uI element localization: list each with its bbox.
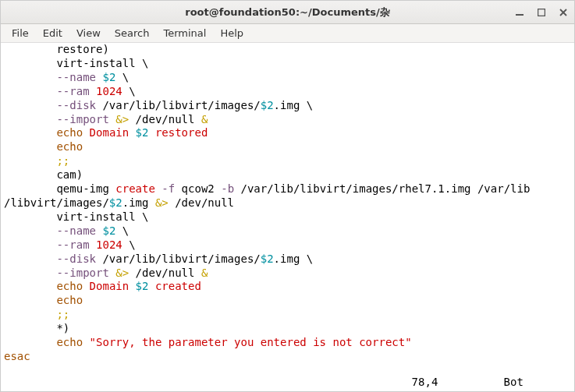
menu-help[interactable]: Help [214,26,250,41]
code-line: echo [4,140,571,154]
code-line: ;; [4,308,571,322]
code-line: --disk /var/lib/libvirt/images/$2.img \ [4,253,571,267]
menu-edit[interactable]: Edit [37,26,69,41]
code-line: --ram 1024 \ [4,238,571,253]
code-line: ;; [4,154,571,168]
menu-search[interactable]: Search [108,26,156,41]
vim-status-line: 78,4 Bot [1,376,574,391]
code-line: virt-install \ [4,210,571,224]
maximize-button[interactable] [535,6,548,19]
svg-rect-1 [538,9,545,16]
close-button[interactable] [557,6,570,19]
terminal-output[interactable]: restore) virt-install \ --name $2 \ --ra… [1,43,574,376]
code-line: echo "Sorry, the parameter you entered i… [4,336,571,350]
code-line: /libvirt/images/$2.img &> /dev/null [4,196,571,210]
code-line: --disk /var/lib/libvirt/images/$2.img \ [4,99,571,113]
code-line: virt-install \ [4,57,571,71]
code-line: qemu-img create -f qcow2 -b /var/lib/lib… [4,182,571,196]
code-line: echo Domain $2 created [4,280,571,294]
menu-view[interactable]: View [70,26,107,41]
code-line: echo [4,294,571,308]
code-line: --import &> /dev/null & [4,267,571,281]
window-controls [513,1,570,23]
svg-rect-0 [516,14,524,16]
menu-file[interactable]: File [5,26,35,41]
scroll-indicator: Bot [504,376,524,388]
cursor-position: 78,4 [412,376,438,388]
code-line: echo Domain $2 restored [4,126,571,140]
window-title: root@foundation50:~/Documents/杂 [185,5,389,19]
titlebar: root@foundation50:~/Documents/杂 [1,1,574,24]
minimize-button[interactable] [513,6,526,19]
code-line: --import &> /dev/null & [4,113,571,127]
code-line: --name $2 \ [4,71,571,85]
code-line: cam) [4,168,571,182]
code-line: --name $2 \ [4,224,571,238]
code-line: restore) [4,43,571,57]
code-line: esac [4,350,571,364]
menubar: File Edit View Search Terminal Help [1,24,574,43]
menu-terminal[interactable]: Terminal [157,26,212,41]
code-line: --ram 1024 \ [4,85,571,99]
code-line: *) [4,322,571,336]
